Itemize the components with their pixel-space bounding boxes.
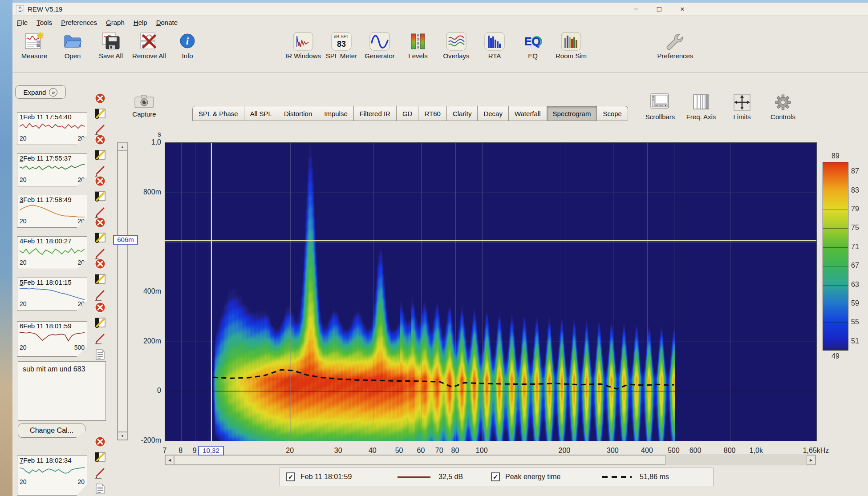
x-tick-8: 8 <box>178 447 183 455</box>
y-tick-0: 0 <box>118 387 161 395</box>
spectrogram-canvas[interactable] <box>165 143 816 441</box>
measurement-date: Feb 11 17:58:49 <box>23 196 71 203</box>
ir-windows-button[interactable]: IR Windows <box>287 32 320 60</box>
tab-filtered-ir[interactable]: Filtered IR <box>354 106 397 121</box>
legend-checkbox-1[interactable]: ✓ <box>286 472 295 481</box>
x-tick-40: 40 <box>369 447 377 455</box>
pen-measurement-7-icon <box>94 467 106 479</box>
measurement-card-5[interactable]: 5Feb 11 18:01:152020 <box>17 278 87 311</box>
close-button[interactable]: × <box>677 5 687 14</box>
rta-icon <box>484 32 505 51</box>
colorbar-tick-79: 79 <box>851 205 868 213</box>
tab-decay[interactable]: Decay <box>478 106 509 121</box>
x-tick-300: 300 <box>607 447 619 455</box>
delete-measurement-2-button[interactable] <box>94 134 106 145</box>
delete-measurement-7-button[interactable] <box>94 436 106 448</box>
overlays-button[interactable]: Overlays <box>440 32 473 60</box>
measurement-date: Feb 11 18:01:15 <box>23 278 71 286</box>
measurement-sparkline-5 <box>20 286 85 301</box>
svg-text:dB SPL: dB SPL <box>334 34 349 39</box>
measurement-card-6[interactable]: 6Feb 11 18:01:5920500 <box>17 321 87 357</box>
measurement-notes-input[interactable]: sub mit am und 683 <box>18 361 106 421</box>
tab-clarity[interactable]: Clarity <box>447 106 478 121</box>
delete-measurement-4-button[interactable] <box>94 217 106 228</box>
generator-icon <box>369 32 390 51</box>
measurement-sparkline-3 <box>20 203 85 218</box>
measurement-card-2[interactable]: 2Feb 11 17:55:372020 <box>17 153 87 186</box>
x-tick-30: 30 <box>334 447 342 455</box>
maximize-button[interactable]: □ <box>654 5 664 14</box>
eq-button[interactable]: EQEQ <box>516 32 549 60</box>
legend-value-1: 32,5 dB <box>438 473 491 481</box>
colorbar-tick-59: 59 <box>851 299 868 307</box>
preferences-button[interactable]: Preferences <box>659 32 692 60</box>
toolbar-group-right: Preferences <box>659 32 692 60</box>
legend-label-1: Feb 11 18:01:59 <box>300 473 397 481</box>
tab-spectrogram[interactable]: Spectrogram <box>547 106 597 121</box>
capture-label: Capture <box>125 110 164 118</box>
expand-button[interactable]: Expand » <box>15 85 66 99</box>
measurement-card-1[interactable]: 1Feb 11 17:54:402020 <box>17 112 87 145</box>
colorbar-gradient <box>823 162 848 351</box>
freq-axis-label: Freq. Axis <box>686 113 716 121</box>
limits-label: Limits <box>733 113 750 121</box>
tab-waterfall[interactable]: Waterfall <box>509 106 547 121</box>
spl-meter-label: SPL Meter <box>326 52 357 60</box>
scroll-left-button[interactable]: ◀ <box>165 455 174 465</box>
tab-rt60[interactable]: RT60 <box>418 106 446 121</box>
graph-tabs: SPL & PhaseAll SPLDistortionImpulseFilte… <box>192 106 628 121</box>
capture-button[interactable] <box>134 93 155 109</box>
delete-measurement-6-button[interactable] <box>94 302 106 313</box>
limits-icon <box>731 93 753 112</box>
scroll-right-button[interactable]: ▶ <box>807 455 815 465</box>
svg-text:9: 9 <box>417 45 419 49</box>
measurement-card-7[interactable]: 7Feb 11 18:02:342020 <box>17 456 87 496</box>
axis-label-right: 20 <box>77 135 85 141</box>
x-tick-20: 20 <box>286 447 294 455</box>
change-cal-button[interactable]: Change Cal... <box>18 423 85 438</box>
room-sim-button[interactable]: Room Sim <box>555 32 588 60</box>
delete-measurement-1-button[interactable] <box>94 93 106 104</box>
overlays-icon <box>446 32 466 51</box>
remove-all-button[interactable]: Remove All <box>133 32 166 60</box>
measurement-card-4[interactable]: 4Feb 11 18:00:272020 <box>17 236 87 269</box>
menu-help[interactable]: Help <box>134 19 147 26</box>
delete-measurement-3-button[interactable] <box>94 175 106 187</box>
measurement-sidebar: Expand » sub mit am und 683 Change Cal..… <box>12 3 119 496</box>
spl-meter-button[interactable]: dB SPL83SPL Meter <box>325 32 358 60</box>
measurement-title-3: 3Feb 11 17:58:49 <box>20 196 85 203</box>
tab-spl-phase[interactable]: SPL & Phase <box>192 106 244 121</box>
freq-axis-button[interactable]: Freq. Axis <box>684 93 718 121</box>
generator-button[interactable]: Generator <box>363 32 396 60</box>
horizontal-scroll-thumb[interactable] <box>174 455 665 465</box>
colorbar-tick-51: 51 <box>851 337 868 345</box>
svg-text:83: 83 <box>337 40 346 48</box>
axis-label-right: 500 <box>74 344 85 351</box>
x-tick-60: 60 <box>417 447 425 455</box>
measurement-date: Feb 11 18:02:34 <box>23 456 71 464</box>
rta-button[interactable]: RTA <box>478 32 511 60</box>
axis-label-right: 20 <box>77 177 85 183</box>
limits-button[interactable]: Limits <box>725 93 759 121</box>
ir-windows-label: IR Windows <box>285 52 321 60</box>
colorbar-tick-75: 75 <box>851 224 868 232</box>
levels-button[interactable]: 0369Levels <box>402 32 434 60</box>
info-button[interactable]: iInfo <box>171 32 204 60</box>
measurement-date: Feb 11 18:01:59 <box>23 322 71 330</box>
horizontal-scrollbar[interactable]: ◀ ▶ <box>165 455 816 465</box>
tab-all-spl[interactable]: All SPL <box>244 106 278 121</box>
spectrogram-plot[interactable] <box>165 142 817 441</box>
scrollbars-button[interactable]: Scrollbars <box>643 93 677 121</box>
legend-checkbox-2[interactable]: ✓ <box>491 472 500 481</box>
measurement-card-3[interactable]: 3Feb 11 17:58:492020 <box>17 195 87 228</box>
menu-donate[interactable]: Donate <box>156 19 178 26</box>
tab-distortion[interactable]: Distortion <box>278 106 318 121</box>
minimize-button[interactable]: − <box>631 5 641 14</box>
tab-gd[interactable]: GD <box>397 106 419 121</box>
delete-measurement-5-button[interactable] <box>94 258 106 270</box>
toolbar-group-center: IR WindowsdB SPL83SPL MeterGenerator0369… <box>287 32 588 60</box>
controls-button[interactable]: Controls <box>766 93 800 121</box>
preferences-label: Preferences <box>657 52 694 60</box>
tab-impulse[interactable]: Impulse <box>318 106 354 121</box>
tab-scope[interactable]: Scope <box>597 106 628 121</box>
